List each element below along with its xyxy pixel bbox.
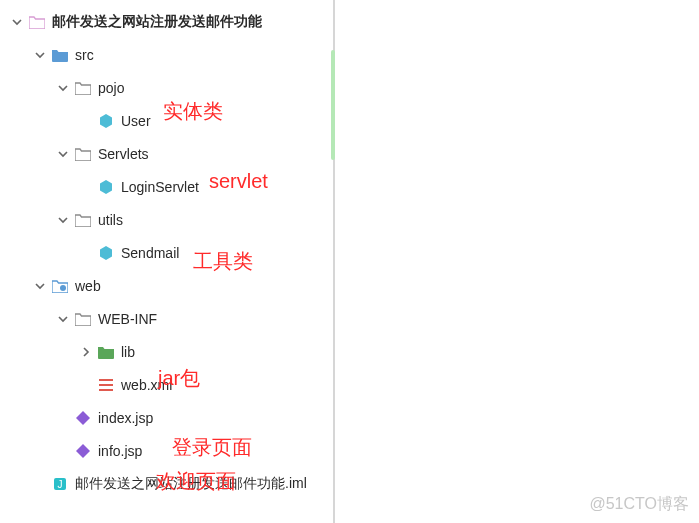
tree-row-utils[interactable]: utils: [0, 203, 333, 236]
class-icon: [97, 244, 115, 262]
tree-label: web: [75, 278, 101, 294]
tree-row-pojo[interactable]: pojo: [0, 71, 333, 104]
chevron-down-icon[interactable]: [33, 48, 47, 62]
tree-label: WEB-INF: [98, 311, 157, 327]
tree-row-user[interactable]: User: [0, 104, 333, 137]
tree-label: utils: [98, 212, 123, 228]
chevron-down-icon[interactable]: [56, 81, 70, 95]
class-icon: [97, 112, 115, 130]
chevron-down-icon[interactable]: [56, 147, 70, 161]
package-icon: [74, 79, 92, 97]
class-icon: [97, 178, 115, 196]
web-folder-icon: [51, 277, 69, 295]
tree-row-loginservlet[interactable]: LoginServlet: [0, 170, 333, 203]
tree-row-webinf[interactable]: WEB-INF: [0, 302, 333, 335]
svg-text:J: J: [58, 479, 63, 490]
tree-row-web[interactable]: web: [0, 269, 333, 302]
tree-row-indexjsp[interactable]: index.jsp: [0, 401, 333, 434]
tree-row-lib[interactable]: lib: [0, 335, 333, 368]
tree-label: lib: [121, 344, 135, 360]
svg-rect-1: [99, 379, 113, 381]
tree-label: index.jsp: [98, 410, 153, 426]
folder-icon: [74, 310, 92, 328]
chevron-right-icon[interactable]: [79, 345, 93, 359]
tree-label: pojo: [98, 80, 124, 96]
chevron-down-icon[interactable]: [56, 312, 70, 326]
tree-row-root[interactable]: 邮件发送之网站注册发送邮件功能: [0, 5, 333, 38]
tree-label: info.jsp: [98, 443, 142, 459]
iml-icon: J: [51, 475, 69, 493]
tree-label: Servlets: [98, 146, 149, 162]
xml-icon: [97, 376, 115, 394]
tree-row-webxml[interactable]: web.xml: [0, 368, 333, 401]
chevron-down-icon[interactable]: [10, 15, 24, 29]
tree-row-iml[interactable]: J 邮件发送之网站注册发送邮件功能.iml: [0, 467, 333, 500]
tree-label: web.xml: [121, 377, 172, 393]
package-icon: [74, 145, 92, 163]
tree-label: Sendmail: [121, 245, 179, 261]
chevron-down-icon[interactable]: [33, 279, 47, 293]
tree-row-infojsp[interactable]: info.jsp: [0, 434, 333, 467]
tree-label: 邮件发送之网站注册发送邮件功能: [52, 13, 262, 31]
svg-point-0: [60, 285, 66, 291]
jsp-icon: [74, 442, 92, 460]
source-folder-icon: [51, 46, 69, 64]
chevron-down-icon[interactable]: [56, 213, 70, 227]
svg-rect-3: [99, 389, 113, 391]
lib-folder-icon: [97, 343, 115, 361]
tree-label: src: [75, 47, 94, 63]
tree-row-src[interactable]: src: [0, 38, 333, 71]
folder-icon: [28, 13, 46, 31]
tree-label: User: [121, 113, 151, 129]
tree-row-servlets[interactable]: Servlets: [0, 137, 333, 170]
watermark: @51CTO博客: [589, 494, 689, 515]
package-icon: [74, 211, 92, 229]
svg-rect-2: [99, 384, 113, 386]
tree-row-sendmail[interactable]: Sendmail: [0, 236, 333, 269]
tree-label: 邮件发送之网站注册发送邮件功能.iml: [75, 475, 307, 493]
jsp-icon: [74, 409, 92, 427]
project-tree-panel: 邮件发送之网站注册发送邮件功能 src pojo User Servlets L…: [0, 0, 335, 523]
tree-label: LoginServlet: [121, 179, 199, 195]
